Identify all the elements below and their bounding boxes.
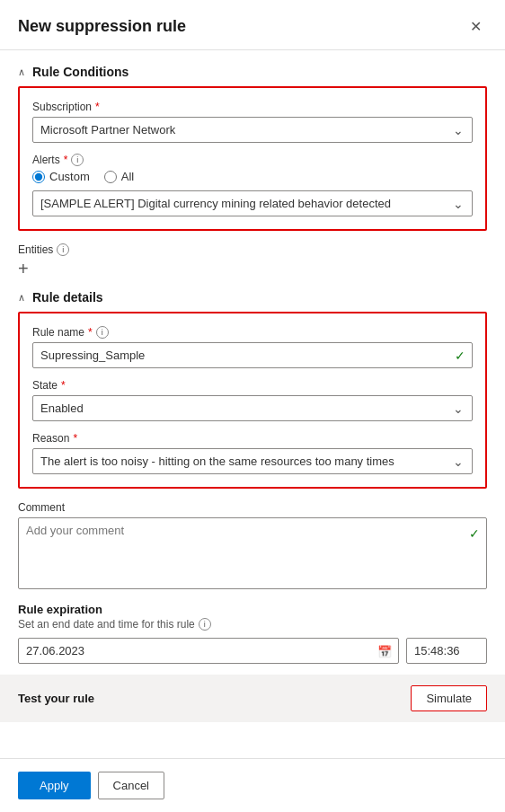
panel-header: New suppression rule ✕ xyxy=(0,0,505,50)
add-entity-button[interactable]: + xyxy=(18,260,29,278)
subscription-select-wrapper: Microsoft Partner Network xyxy=(32,117,473,143)
date-input[interactable] xyxy=(18,638,399,664)
reason-field: Reason * The alert is too noisy - hittin… xyxy=(32,432,473,474)
subscription-select[interactable]: Microsoft Partner Network xyxy=(32,117,473,143)
rule-conditions-title: Rule Conditions xyxy=(32,65,128,79)
close-button[interactable]: ✕ xyxy=(465,16,487,37)
date-input-wrapper: 📅 xyxy=(18,638,399,664)
entities-section: Entities i + xyxy=(18,243,487,278)
alerts-radio-group: Custom All xyxy=(32,170,473,183)
subscription-field: Subscription * Microsoft Partner Network xyxy=(32,101,473,143)
comment-textarea[interactable] xyxy=(18,517,487,589)
rule-conditions-chevron: ∧ xyxy=(18,66,25,78)
alerts-required: * xyxy=(64,154,68,166)
rule-name-check-icon: ✓ xyxy=(455,349,465,363)
radio-all-label[interactable]: All xyxy=(104,170,134,183)
comment-wrapper: ✓ xyxy=(18,517,487,592)
comment-field: Comment ✓ xyxy=(18,501,487,592)
subscription-label: Subscription * xyxy=(32,101,473,113)
rule-name-input-wrapper: ✓ xyxy=(32,342,473,368)
reason-required: * xyxy=(73,432,77,445)
rule-details-chevron: ∧ xyxy=(18,292,25,304)
time-input[interactable] xyxy=(406,638,487,664)
rule-name-field: Rule name * i ✓ xyxy=(32,326,473,368)
alerts-info-icon[interactable]: i xyxy=(71,154,84,166)
simulate-label: Test your rule xyxy=(18,692,94,705)
apply-button[interactable]: Apply xyxy=(18,772,91,799)
entities-label: Entities i xyxy=(18,243,487,256)
simulate-bar: Test your rule Simulate xyxy=(0,675,505,722)
reason-select[interactable]: The alert is too noisy - hitting on the … xyxy=(32,448,473,474)
comment-check-icon: ✓ xyxy=(469,526,480,541)
rule-details-box: Rule name * i ✓ State * Enabled xyxy=(18,312,487,489)
radio-custom[interactable] xyxy=(32,171,45,183)
entities-info-icon[interactable]: i xyxy=(57,243,69,256)
alert-select-wrapper: [SAMPLE ALERT] Digital currency mining r… xyxy=(32,190,473,216)
rule-conditions-box: Subscription * Microsoft Partner Network… xyxy=(18,86,487,231)
subscription-required: * xyxy=(95,101,100,113)
rule-name-label: Rule name * i xyxy=(32,326,473,339)
state-required: * xyxy=(61,379,66,392)
rule-name-required: * xyxy=(88,326,93,339)
state-label: State * xyxy=(32,379,473,392)
state-select[interactable]: Enabled xyxy=(32,395,473,421)
reason-label: Reason * xyxy=(32,432,473,445)
simulate-button[interactable]: Simulate xyxy=(411,685,487,711)
cancel-button[interactable]: Cancel xyxy=(98,772,164,799)
radio-custom-label[interactable]: Custom xyxy=(32,170,90,183)
comment-label: Comment xyxy=(18,501,487,514)
rule-details-header[interactable]: ∧ Rule details xyxy=(18,290,487,304)
rule-conditions-header[interactable]: ∧ Rule Conditions xyxy=(18,65,487,79)
state-select-wrapper: Enabled xyxy=(32,395,473,421)
reason-select-wrapper: The alert is too noisy - hitting on the … xyxy=(32,448,473,474)
expiration-subtitle: Set an end date and time for this rule i xyxy=(18,618,487,631)
panel-footer: Apply Cancel xyxy=(0,758,505,812)
expiration-row: 📅 xyxy=(18,638,487,664)
alert-select[interactable]: [SAMPLE ALERT] Digital currency mining r… xyxy=(32,190,473,216)
alerts-label: Alerts * i xyxy=(32,154,473,166)
expiration-info-icon[interactable]: i xyxy=(199,618,211,631)
alerts-field: Alerts * i Custom All [SAMP xyxy=(32,154,473,216)
expiration-title: Rule expiration xyxy=(18,603,487,616)
panel-title: New suppression rule xyxy=(18,17,186,36)
rule-name-input[interactable] xyxy=(32,342,473,368)
radio-all[interactable] xyxy=(104,171,117,183)
panel-body: ∧ Rule Conditions Subscription * Microso… xyxy=(0,50,505,758)
rule-name-info-icon[interactable]: i xyxy=(96,326,109,339)
expiration-section: Rule expiration Set an end date and time… xyxy=(18,603,487,664)
state-field: State * Enabled xyxy=(32,379,473,421)
panel: New suppression rule ✕ ∧ Rule Conditions… xyxy=(0,0,505,812)
rule-details-title: Rule details xyxy=(32,290,103,304)
